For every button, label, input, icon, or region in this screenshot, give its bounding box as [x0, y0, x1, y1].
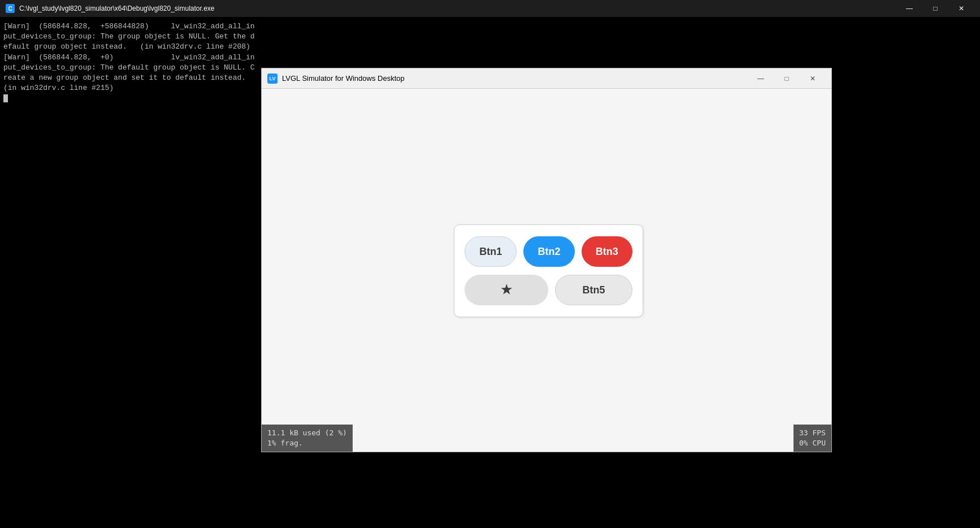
simulator-win-controls: — □ ✕: [748, 70, 826, 87]
simulator-minimize-btn[interactable]: —: [748, 70, 774, 87]
simulator-close-btn[interactable]: ✕: [800, 70, 826, 87]
console-titlebar: C C:\lvgl_study\lvgl820_simulator\x64\De…: [0, 0, 980, 17]
memory-status: 11.1 kB used (2 %) 1% frag.: [262, 425, 353, 452]
fps-status: 33 FPS 0% CPU: [793, 425, 831, 452]
mem-line2: 1% frag.: [267, 438, 347, 448]
btn3-button[interactable]: Btn3: [582, 236, 632, 267]
btn4-star-button[interactable]: ★: [465, 275, 548, 305]
console-close-btn[interactable]: ✕: [948, 0, 974, 17]
button-row-2: ★ Btn5: [465, 275, 632, 305]
console-minimize-btn[interactable]: —: [896, 0, 922, 17]
fps-line2: 0% CPU: [799, 438, 826, 448]
simulator-titlebar: LV LVGL Simulator for Windows Desktop — …: [262, 68, 831, 89]
simulator-statusbar: 11.1 kB used (2 %) 1% frag. 33 FPS 0% CP…: [262, 425, 831, 452]
log-line-1: [Warn] (586844.828, +586844828) lv_win32…: [3, 21, 257, 53]
fps-line1: 33 FPS: [799, 428, 826, 438]
lvgl-button-panel: Btn1 Btn2 Btn3 ★ Btn5: [454, 224, 643, 317]
console-output: [Warn] (586844.828, +586844828) lv_win32…: [0, 17, 260, 528]
simulator-content: Btn1 Btn2 Btn3 ★ Btn5 11.1 kB used (2 %)…: [262, 89, 831, 452]
simulator-title: LVGL Simulator for Windows Desktop: [282, 74, 748, 83]
button-row-1: Btn1 Btn2 Btn3: [465, 236, 632, 267]
console-title: C:\lvgl_study\lvgl820_simulator\x64\Debu…: [19, 5, 896, 12]
console-cursor-line: [3, 93, 257, 103]
simulator-maximize-btn[interactable]: □: [774, 70, 800, 87]
simulator-icon: LV: [267, 73, 277, 84]
btn2-button[interactable]: Btn2: [523, 236, 574, 267]
console-cursor: [3, 94, 8, 102]
btn5-button[interactable]: Btn5: [555, 275, 632, 305]
log-line-2: [Warn] (586844.828, +0) lv_win32_add_all…: [3, 53, 257, 94]
simulator-window: LV LVGL Simulator for Windows Desktop — …: [261, 68, 832, 452]
console-maximize-btn[interactable]: □: [922, 0, 948, 17]
console-icon: C: [6, 4, 15, 13]
console-win-controls: — □ ✕: [896, 0, 974, 17]
btn1-button[interactable]: Btn1: [465, 236, 517, 267]
mem-line1: 11.1 kB used (2 %): [267, 428, 347, 438]
